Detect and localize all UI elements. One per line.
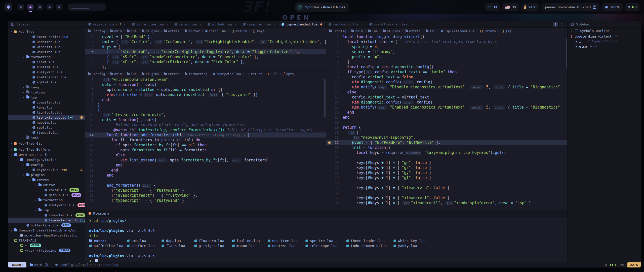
close-icon[interactable]: × xyxy=(234,22,236,26)
tree-item[interactable]: rustfmt.lua xyxy=(8,64,85,70)
tree-item[interactable]: lsp-extended.lu[+] xyxy=(8,115,85,120)
tree-item[interactable]: keymaps.lua#10⚠ xyxy=(8,167,85,172)
breadcrumb-item[interactable]: []return xyxy=(246,72,262,76)
code-area[interactable]: 3 event = { "BufRead" },4 cmd = { [1]"Cc… xyxy=(85,34,326,70)
tree-item[interactable]: smart-splits.lua xyxy=(8,34,85,39)
tab-github-lua[interactable]: github.lua× xyxy=(205,21,239,27)
tab-bufferline-lua[interactable]: bufferline.lua× xyxy=(129,21,172,27)
close-icon[interactable]: × xyxy=(199,22,202,26)
breadcrumb-item[interactable]: extras xyxy=(164,29,179,33)
tree-item[interactable]: ▾lsp xyxy=(8,95,85,100)
tree-item[interactable]: sqlfmt.lua xyxy=(8,80,85,85)
tree-item[interactable]: ▸test xyxy=(8,135,85,140)
tree-item[interactable]: ▾formatting xyxy=(8,197,85,202)
window-count-pill[interactable]: 11 xyxy=(485,3,500,11)
tree-item[interactable]: undotree.lua xyxy=(8,39,85,44)
tab-compiler-lua[interactable]: compiler.lua× xyxy=(240,21,279,27)
breadcrumb-item[interactable]: nvim xyxy=(110,29,122,33)
editor-pane-rustywind-lua[interactable]: .config›nvim›lua›plugins›extras›formatti… xyxy=(85,71,326,210)
tree-item[interactable]: timeout.lua xyxy=(8,130,85,135)
file-entry[interactable]: mason.lua xyxy=(232,244,268,248)
breadcrumb-item[interactable]: lsp xyxy=(426,29,435,33)
breadcrumb-item[interactable]: ƒopts xyxy=(283,72,294,76)
breadcrumb[interactable]: .config›nvim›lua›plugins›extras›editor›c… xyxy=(85,28,326,34)
file-entry[interactable]: which-key.lua xyxy=(393,239,567,243)
tree-item[interactable]: neodim.lua xyxy=(8,120,85,125)
tree-item[interactable]: worktree.lua xyxy=(8,49,85,54)
tab-color-lua[interactable]: color.lua× xyxy=(172,21,205,27)
breadcrumb-item[interactable]: lua xyxy=(127,29,137,33)
code-area[interactable]: 1local function toggle_diag_virtext()2 l… xyxy=(326,34,568,210)
tree-item[interactable]: lightbulb.lua xyxy=(8,110,85,115)
file-entry[interactable]: theme-loader.lua xyxy=(346,239,393,243)
breadcrumb-item[interactable]: editor xyxy=(185,29,200,33)
file-entry[interactable]: yanky.lua xyxy=(393,244,567,248)
file-entry[interactable]: bufferline.lua xyxy=(89,244,127,248)
scrollbar-thumb[interactable] xyxy=(324,79,326,117)
breadcrumb-item[interactable]: []return xyxy=(480,29,496,33)
symbols-list[interactable]: ƒtoggle_diag_virtextfu◆ifif type(config.… xyxy=(568,34,641,49)
tree-item[interactable]: color.lua#493 xyxy=(8,187,85,192)
tab-number-2[interactable]: 2 xyxy=(559,22,564,27)
tree-item[interactable]: ▾.config/nvim/lua xyxy=(8,157,85,162)
file-entry[interactable]: extras xyxy=(89,239,127,243)
tree-item[interactable]: rustywind.lua xyxy=(8,70,85,75)
tree-item[interactable]: compiler.lua xyxy=(8,100,85,105)
workspace-1[interactable]: ● xyxy=(18,4,24,10)
breadcrumb-item[interactable]: {}[2] xyxy=(268,72,278,76)
breadcrumb-item[interactable]: lsp-extended.lua xyxy=(441,29,474,33)
floaterm-header[interactable]: Floaterm xyxy=(85,210,567,217)
tree-item[interactable]: winshift.lua xyxy=(8,44,85,49)
tree-item[interactable]: scrollbar-handle-vertical.p xyxy=(8,233,85,238)
editor-pane-lsp-extended-lua[interactable]: .config›nvim›lua›plugins›extras›lsp›lsp-… xyxy=(326,28,568,210)
file-entry[interactable]: todo-comments.lua xyxy=(346,244,393,248)
breadcrumb-item[interactable]: extras xyxy=(406,29,421,33)
close-icon[interactable]: × xyxy=(166,22,168,26)
scrollbar-thumb[interactable] xyxy=(566,38,567,68)
launcher-button[interactable] xyxy=(5,3,12,11)
symbols-outline-header[interactable]: ▾ Symbols Outline xyxy=(568,28,641,34)
file-entry[interactable]: telescope.lua xyxy=(305,244,346,248)
tree-item[interactable]: repl.lua xyxy=(8,125,85,130)
file-entry[interactable]: cmp.lua xyxy=(127,239,162,243)
tree-item[interactable]: ▾plugins xyxy=(8,172,85,177)
close-icon[interactable]: × xyxy=(412,22,414,26)
symbol-item[interactable]: ◆elseelse xyxy=(568,44,641,49)
breadcrumb-item[interactable]: lua xyxy=(368,29,378,33)
breadcrumb-item[interactable]: .config xyxy=(88,72,105,76)
breadcrumb-item[interactable]: plugins xyxy=(383,29,400,33)
tree-item[interactable]: ▸linting xyxy=(8,90,85,95)
tree-item[interactable]: shellharden.lua xyxy=(8,75,85,80)
tree-item[interactable]: ▾OPEN BUFFERS in ~ xyxy=(8,152,85,157)
tree-item[interactable]: ▾Juegos/Indies/SteamLibrary/st xyxy=(8,228,85,233)
close-icon[interactable]: × xyxy=(273,22,275,26)
tree-item[interactable]: TERMINALS xyxy=(8,238,85,243)
tree-section-neo-tree-git[interactable]: ▾Neo-Tree Git xyxy=(8,141,85,146)
file-entry[interactable]: spectre.lua xyxy=(305,239,346,243)
tree-item[interactable]: ▾formatting xyxy=(8,54,85,59)
file-entry[interactable]: neotest.lua xyxy=(268,244,305,248)
tree-item[interactable]: ▸lang xyxy=(8,85,85,90)
workspace-4[interactable]: ● xyxy=(46,4,53,10)
breadcrumb-item[interactable]: lua xyxy=(127,72,137,76)
breadcrumb-item[interactable]: .config xyxy=(88,29,105,33)
code-area[interactable]: 3 [1]"williamboman/mason.nvim",4 opts = … xyxy=(85,77,326,210)
file-entry[interactable]: floaterm.lua xyxy=(194,239,232,243)
breadcrumb-item[interactable]: {}return xyxy=(231,29,247,33)
temperature-pill[interactable]: 24°C xyxy=(521,3,539,11)
keyboard-layout-pill[interactable]: US xyxy=(502,3,519,11)
breadcrumb-item[interactable]: {}[1] xyxy=(501,29,511,33)
breadcrumb-item[interactable]: .config xyxy=(329,29,346,33)
file-entry[interactable]: flash.lua xyxy=(162,244,194,248)
editor-pane-color-lua[interactable]: .config›nvim›lua›plugins›extras›editor›c… xyxy=(85,28,326,71)
breadcrumb[interactable]: .config›nvim›lua›plugins›extras›formatti… xyxy=(85,71,326,77)
tree-item[interactable]: rustywind.lua#726 xyxy=(8,202,85,208)
breadcrumb-item[interactable]: plugins xyxy=(142,72,159,76)
tree-item[interactable]: lens.lua xyxy=(8,105,85,110)
media-notification[interactable]: ♪ Spiritbox - Rule Of Nines xyxy=(295,3,349,12)
tree-item[interactable]: ▾lsp xyxy=(8,208,85,213)
file-entry[interactable]: gitsigns.lua xyxy=(194,244,232,248)
workspace-3[interactable]: ● xyxy=(37,4,43,10)
file-tree[interactable]: ▾Neo-Treesmart-splits.luaundotree.luawin… xyxy=(8,28,85,262)
file-entry[interactable]: dap.lua xyxy=(162,239,194,243)
